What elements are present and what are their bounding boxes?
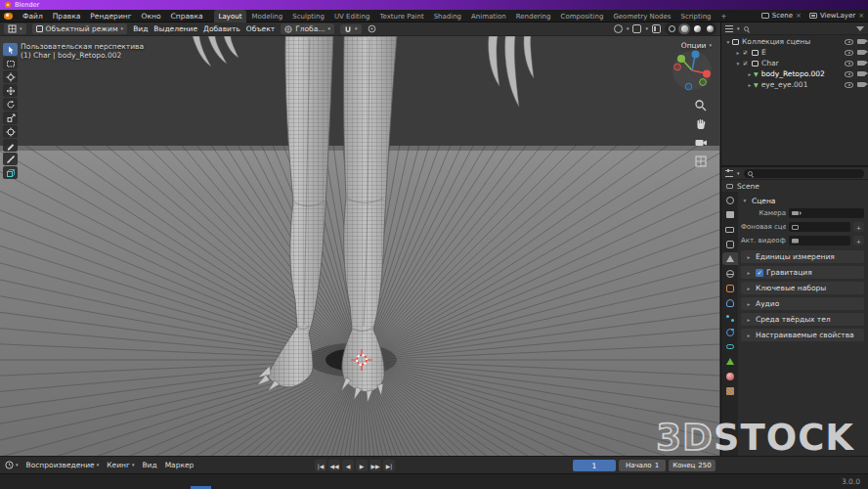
- xray-toggle-icon[interactable]: [652, 24, 661, 33]
- move-tool-button[interactable]: [3, 84, 18, 97]
- render-tab[interactable]: [722, 208, 738, 221]
- object-tab[interactable]: [722, 282, 738, 294]
- object-data-tab[interactable]: [722, 355, 738, 368]
- search-icon[interactable]: [744, 26, 749, 31]
- material-tab[interactable]: [722, 370, 738, 382]
- section-keying-sets[interactable]: ▸ Ключевые наборы: [741, 282, 864, 294]
- collection-checkbox[interactable]: ✓: [742, 60, 749, 67]
- jump-to-start-button[interactable]: |◀: [315, 460, 326, 471]
- render-camera-icon[interactable]: [857, 82, 865, 87]
- output-tab[interactable]: [722, 223, 738, 236]
- menu-render[interactable]: Рендеринг: [85, 10, 136, 22]
- world-tab[interactable]: [722, 267, 738, 280]
- mode-dropdown[interactable]: Объектный режим ▾: [32, 23, 128, 34]
- play-button[interactable]: ▶: [356, 460, 368, 471]
- hide-eye-icon[interactable]: [845, 50, 853, 56]
- camera-view-icon[interactable]: [694, 136, 708, 150]
- measure-tool-button[interactable]: [3, 153, 18, 165]
- scale-tool-button[interactable]: [3, 111, 18, 124]
- menu-view[interactable]: Вид: [133, 24, 148, 33]
- jump-to-end-button[interactable]: ▶|: [383, 460, 395, 471]
- snapping-toggle[interactable]: ▾: [340, 24, 362, 34]
- disclosure-closed-icon[interactable]: ▸: [746, 82, 754, 88]
- toggle-ortho-icon[interactable]: [694, 155, 708, 168]
- axis-y-ball[interactable]: [677, 55, 685, 63]
- frame-end-field[interactable]: Конец 250: [669, 460, 716, 471]
- add-workspace-button[interactable]: +: [716, 10, 732, 22]
- menu-edit[interactable]: Правка: [48, 10, 86, 22]
- gravity-checkbox[interactable]: ✓: [756, 269, 763, 277]
- section-units[interactable]: ▸ Единицы измерения: [741, 250, 864, 263]
- transform-orientation-dropdown[interactable]: Глоба... ▾: [281, 23, 334, 34]
- editor-type-selector[interactable]: ▾: [4, 23, 26, 34]
- scene-panel-header[interactable]: ▾ Сцена: [741, 195, 864, 206]
- new-clip-button[interactable]: +: [853, 236, 864, 245]
- tweak-tool-button[interactable]: [3, 43, 18, 56]
- shading-material-button[interactable]: [691, 23, 703, 34]
- disclosure-closed-icon[interactable]: ▸: [734, 50, 742, 56]
- axis-z-neg-ball[interactable]: [685, 83, 692, 90]
- axis-z-ball[interactable]: [692, 51, 700, 59]
- camera-picker[interactable]: [789, 208, 864, 218]
- 3d-viewport[interactable]: ▾ Объектный режим ▾ Вид Выделение Добави…: [0, 22, 720, 456]
- modifiers-tab[interactable]: [722, 296, 738, 309]
- menu-object[interactable]: Объект: [246, 24, 275, 33]
- tab-layout[interactable]: Layout: [214, 10, 247, 22]
- axis-y-neg-ball[interactable]: [700, 79, 707, 86]
- constraints-tab[interactable]: [722, 340, 738, 353]
- menu-add[interactable]: Добавить: [203, 24, 240, 33]
- outliner-row-scene-collection[interactable]: ▾ Коллекция сцены: [721, 36, 868, 47]
- background-scene-picker[interactable]: [789, 222, 850, 232]
- marker-menu[interactable]: Маркер: [165, 461, 195, 469]
- shading-wireframe-button[interactable]: [666, 23, 677, 34]
- menu-window[interactable]: Окно: [137, 10, 166, 22]
- zoom-icon[interactable]: [694, 99, 708, 112]
- outliner-editor-icon[interactable]: [725, 25, 733, 32]
- rotate-tool-button[interactable]: [3, 98, 18, 111]
- show-gizmo-icon[interactable]: [614, 24, 623, 33]
- outliner-row-eye-object[interactable]: ▸ ▼ eye_eye.001: [721, 79, 868, 90]
- transform-tool-button[interactable]: [3, 125, 18, 138]
- hide-eye-icon[interactable]: [845, 82, 853, 88]
- tab-scripting[interactable]: Scripting: [675, 10, 716, 22]
- next-keyframe-button[interactable]: ▶▶: [369, 460, 381, 471]
- menu-select[interactable]: Выделение: [153, 24, 197, 33]
- disclosure-open-icon[interactable]: ▾: [724, 39, 732, 45]
- physics-tab[interactable]: [722, 326, 738, 338]
- tab-shading[interactable]: Shading: [429, 10, 466, 22]
- 3d-viewport-canvas[interactable]: [0, 36, 719, 456]
- view-layer-selector[interactable]: ViewLayer ×: [809, 12, 864, 20]
- render-camera-icon[interactable]: [857, 39, 865, 44]
- select-box-tool-button[interactable]: [3, 57, 18, 69]
- blender-menu-icon[interactable]: [4, 13, 13, 20]
- menu-file[interactable]: Файл: [18, 10, 48, 22]
- menu-help[interactable]: Справка: [166, 10, 208, 22]
- keying-menu[interactable]: Кеинг▾: [107, 461, 134, 469]
- particles-tab[interactable]: [722, 311, 738, 324]
- section-gravity[interactable]: ▸ ✓ Гравитация: [741, 266, 864, 279]
- view-layer-tab[interactable]: [722, 238, 738, 250]
- collection-checkbox[interactable]: ✓: [742, 49, 749, 56]
- tab-animation[interactable]: Animation: [466, 10, 511, 22]
- play-reverse-button[interactable]: ◀: [342, 460, 354, 471]
- render-camera-icon[interactable]: [857, 50, 865, 55]
- render-camera-icon[interactable]: [857, 61, 865, 66]
- current-frame-field[interactable]: 1: [573, 460, 616, 471]
- tab-rendering[interactable]: Rendering: [511, 10, 556, 22]
- hide-eye-icon[interactable]: [845, 71, 853, 77]
- render-camera-icon[interactable]: [857, 71, 865, 76]
- tab-uv-editing[interactable]: UV Editing: [329, 10, 375, 22]
- playback-menu[interactable]: Воспроизведение▾: [26, 461, 100, 469]
- add-cube-tool-button[interactable]: [3, 166, 18, 179]
- scene-unlink-icon[interactable]: ×: [796, 13, 802, 20]
- navigation-gizmo[interactable]: [671, 49, 714, 92]
- tab-compositing[interactable]: Compositing: [556, 10, 609, 22]
- tab-modeling[interactable]: Modeling: [246, 10, 287, 22]
- hide-eye-icon[interactable]: [845, 61, 853, 67]
- axis-x-ball[interactable]: [703, 70, 711, 78]
- scene-selector[interactable]: Scene ×: [761, 12, 802, 20]
- timeline-editor-selector[interactable]: ▾: [5, 461, 19, 469]
- shading-solid-button[interactable]: [678, 23, 690, 34]
- show-overlays-icon[interactable]: [632, 24, 641, 33]
- filter-icon[interactable]: [856, 26, 864, 31]
